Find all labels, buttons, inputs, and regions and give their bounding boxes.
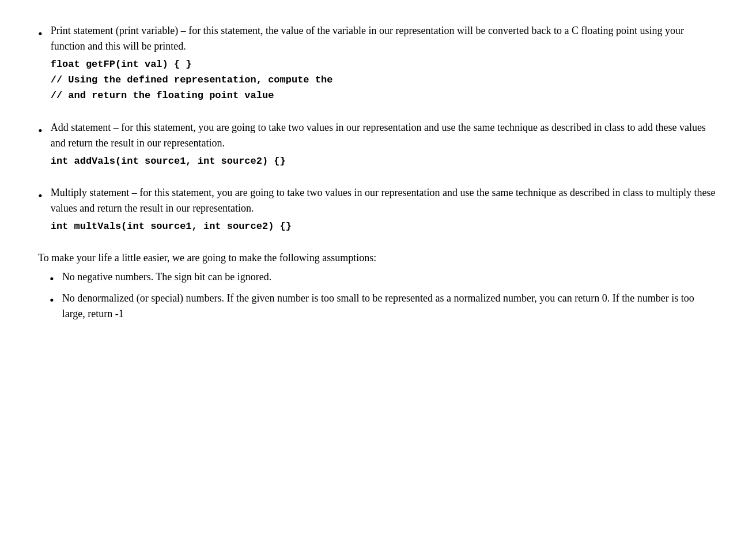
assumption-item-no-negative: • No negative numbers. The sign bit can … <box>50 269 718 288</box>
print-code-line-1: float getFP(int val) { } <box>51 57 718 72</box>
multiply-statement-text: Multiply statement – for this statement,… <box>51 185 718 216</box>
item-content-multiply: Multiply statement – for this statement,… <box>51 185 718 234</box>
add-code-block: int addVals(int source1, int source2) {} <box>51 153 718 169</box>
item-content-add: Add statement – for this statement, you … <box>51 120 718 169</box>
bullet-multiply: • <box>38 186 43 205</box>
bullet-add: • <box>38 121 43 140</box>
print-statement-text: Print statement (print variable) – for t… <box>51 23 718 54</box>
content-wrapper: • Print statement (print variable) – for… <box>38 23 718 322</box>
assumptions-intro: To make your life a little easier, we ar… <box>38 250 718 266</box>
add-code-line-1: int addVals(int source1, int source2) {} <box>51 153 718 169</box>
list-item-multiply: • Multiply statement – for this statemen… <box>38 185 718 234</box>
bullet-print: • <box>38 24 43 43</box>
assumption-text-no-denormalized: No denormalized (or special) numbers. If… <box>62 291 718 322</box>
assumption-text-no-negative: No negative numbers. The sign bit can be… <box>62 269 718 285</box>
assumptions-list: • No negative numbers. The sign bit can … <box>50 269 718 322</box>
add-statement-text: Add statement – for this statement, you … <box>51 120 718 151</box>
print-code-line-2: // Using the defined representation, com… <box>51 72 718 88</box>
item-content-print: Print statement (print variable) – for t… <box>51 23 718 104</box>
print-code-block: float getFP(int val) { } // Using the de… <box>51 57 718 104</box>
list-item-add: • Add statement – for this statement, yo… <box>38 120 718 169</box>
assumptions-section: To make your life a little easier, we ar… <box>38 250 718 322</box>
multiply-code-block: int multVals(int source1, int source2) {… <box>51 219 718 234</box>
list-item-print: • Print statement (print variable) – for… <box>38 23 718 104</box>
assumption-item-no-denormalized: • No denormalized (or special) numbers. … <box>50 291 718 322</box>
main-list: • Print statement (print variable) – for… <box>38 23 718 234</box>
print-code-line-3: // and return the floating point value <box>51 88 718 103</box>
bullet-no-negative: • <box>50 269 54 288</box>
bullet-no-denormalized: • <box>50 291 54 310</box>
multiply-code-line-1: int multVals(int source1, int source2) {… <box>51 219 718 234</box>
